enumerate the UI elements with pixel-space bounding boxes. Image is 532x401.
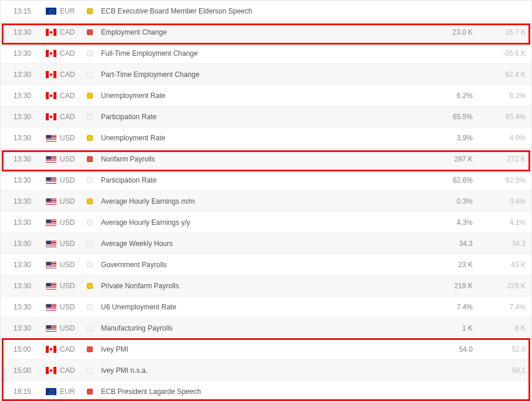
currency-code: USD xyxy=(60,324,87,332)
previous-value: 62.4 K xyxy=(473,70,526,79)
event-name[interactable]: Average Weekly Hours xyxy=(99,240,423,248)
currency-code: CAD xyxy=(60,92,87,100)
event-name[interactable]: Average Hourly Earnings m/m xyxy=(99,197,423,205)
event-name[interactable]: Manufacturing Payrolls xyxy=(99,324,423,332)
flag-cell xyxy=(46,261,60,268)
previous-value: 4.0% xyxy=(473,134,526,142)
flag-cell xyxy=(46,29,60,36)
flag-cell xyxy=(46,113,60,120)
event-name[interactable]: ECB Executive Board Member Elderson Spee… xyxy=(99,7,423,15)
event-name[interactable]: Part-Time Employment Change xyxy=(99,70,423,79)
impact-high-icon xyxy=(87,346,93,352)
calendar-row[interactable]: 13:30USDAverage Weekly Hours34.334.3 xyxy=(1,233,531,254)
calendar-row[interactable]: 13:30CADParticipation Rate65.5%65.4% xyxy=(1,106,531,127)
impact-low-icon xyxy=(87,220,93,225)
event-time: 13:30 xyxy=(14,28,46,36)
flag-cell xyxy=(46,134,60,141)
impact-cell xyxy=(87,389,99,395)
ca-flag-icon xyxy=(46,71,56,78)
impact-cell xyxy=(87,325,99,331)
event-name[interactable]: Average Hourly Earnings y/y xyxy=(99,218,423,227)
currency-code: USD xyxy=(60,197,87,205)
event-name[interactable]: Unemployment Rate xyxy=(99,92,423,100)
event-name[interactable]: Private Nonfarm Payrolls xyxy=(99,282,423,290)
previous-value: 52.0 xyxy=(473,345,526,353)
flag-cell xyxy=(46,50,60,57)
flag-cell xyxy=(46,367,60,374)
previous-value: 272 K xyxy=(473,155,526,163)
event-time: 13:30 xyxy=(14,92,46,100)
previous-value: 62.5% xyxy=(473,176,526,184)
impact-cell xyxy=(87,346,99,352)
event-name[interactable]: U6 Unemployment Rate xyxy=(99,303,423,311)
calendar-row[interactable]: 13:30CADEmployment Change23.0 K26.7 K xyxy=(1,22,531,43)
event-name[interactable]: Ivey PMI n.s.a. xyxy=(99,366,423,375)
forecast-value: 62.6% xyxy=(423,176,473,184)
calendar-row[interactable]: 13:30USDManufacturing Payrolls1 K8 K xyxy=(1,318,531,339)
calendar-row[interactable]: 13:30USDParticipation Rate62.6%62.5% xyxy=(1,170,531,191)
event-name[interactable]: Participation Rate xyxy=(99,113,423,121)
calendar-row[interactable]: 18:15EURECB President Lagarde Speech xyxy=(1,381,531,401)
calendar-row[interactable]: 15:00CADIvey PMI n.s.a.59.1 xyxy=(1,360,531,381)
impact-low-icon xyxy=(87,325,93,331)
event-name[interactable]: Nonfarm Payrolls xyxy=(99,155,423,163)
ca-flag-icon xyxy=(46,50,56,57)
event-name[interactable]: Government Payrolls xyxy=(99,261,423,269)
us-flag-icon xyxy=(46,219,56,226)
impact-high-icon xyxy=(87,29,93,35)
impact-cell xyxy=(87,29,99,35)
previous-value: 4.1% xyxy=(473,218,526,227)
calendar-row[interactable]: 13:30CADUnemployment Rate6.2%6.2% xyxy=(1,85,531,106)
event-name[interactable]: Participation Rate xyxy=(99,176,423,184)
forecast-value: 23.0 K xyxy=(423,28,473,36)
calendar-row[interactable]: 13:30USDUnemployment Rate3.9%4.0% xyxy=(1,127,531,149)
event-name[interactable]: ECB President Lagarde Speech xyxy=(99,387,423,396)
calendar-row[interactable]: 13:30USDPrivate Nonfarm Payrolls218 K229… xyxy=(1,275,531,296)
previous-value: 229 K xyxy=(473,282,526,290)
calendar-row[interactable]: 13:30CADPart-Time Employment Change62.4 … xyxy=(1,64,531,85)
event-time: 13:30 xyxy=(14,176,46,184)
currency-code: CAD xyxy=(60,345,87,353)
calendar-row[interactable]: 13:30USDAverage Hourly Earnings y/y4.3%4… xyxy=(1,212,531,233)
forecast-value: 6.2% xyxy=(423,92,473,100)
impact-low-icon xyxy=(87,177,93,183)
us-flag-icon xyxy=(46,198,56,205)
event-name[interactable]: Ivey PMI xyxy=(99,345,423,353)
forecast-value: 23 K xyxy=(423,261,473,269)
event-time: 13:30 xyxy=(14,303,46,311)
ca-flag-icon xyxy=(46,113,56,120)
impact-cell xyxy=(87,368,99,373)
calendar-row[interactable]: 13:30USDU6 Unemployment Rate7.4%7.4% xyxy=(1,296,531,318)
event-time: 13:30 xyxy=(14,49,46,58)
calendar-row[interactable]: 13:30USDAverage Hourly Earnings m/m0.3%0… xyxy=(1,191,531,212)
impact-cell xyxy=(87,283,99,289)
event-name[interactable]: Employment Change xyxy=(99,28,423,36)
flag-cell xyxy=(46,346,60,353)
previous-value: 8 K xyxy=(473,324,526,332)
impact-cell xyxy=(87,241,99,247)
calendar-row[interactable]: 15:00CADIvey PMI54.052.0 xyxy=(1,339,531,360)
impact-cell xyxy=(87,93,99,99)
forecast-value: 1 K xyxy=(423,324,473,332)
flag-cell xyxy=(46,177,60,184)
event-time: 13:30 xyxy=(14,113,46,121)
calendar-row[interactable]: 13:15EURECB Executive Board Member Elder… xyxy=(1,1,531,22)
currency-code: EUR xyxy=(60,387,87,396)
currency-code: USD xyxy=(60,155,87,163)
event-time: 13:15 xyxy=(14,7,46,15)
event-time: 13:30 xyxy=(14,261,46,269)
forecast-value: 7.4% xyxy=(423,303,473,311)
eu-flag-icon xyxy=(46,8,56,15)
impact-low-icon xyxy=(87,304,93,310)
forecast-value: 65.5% xyxy=(423,113,473,121)
flag-cell xyxy=(46,325,60,332)
event-name[interactable]: Full-Time Employment Change xyxy=(99,49,423,58)
flag-cell xyxy=(46,282,60,289)
currency-code: USD xyxy=(60,261,87,269)
event-name[interactable]: Unemployment Rate xyxy=(99,134,423,142)
ca-flag-icon xyxy=(46,367,56,374)
ca-flag-icon xyxy=(46,346,56,353)
calendar-row[interactable]: 13:30USDNonfarm Payrolls287 K272 K xyxy=(1,149,531,170)
calendar-row[interactable]: 13:30CADFull-Time Employment Change-35.6… xyxy=(1,43,531,64)
calendar-row[interactable]: 13:30USDGovernment Payrolls23 K43 K xyxy=(1,254,531,275)
